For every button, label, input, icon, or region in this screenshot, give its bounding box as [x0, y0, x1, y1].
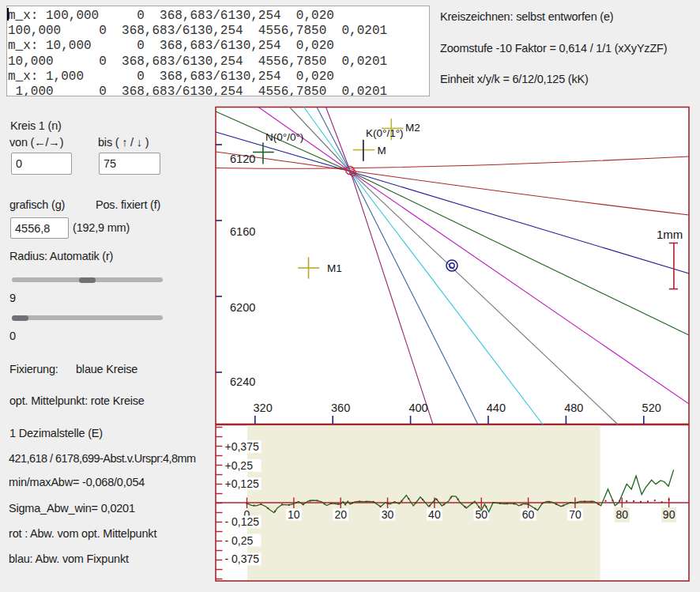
- svg-text:K(0°/1°): K(0°/1°): [366, 127, 404, 139]
- svg-text:70: 70: [569, 508, 581, 521]
- svg-text:+0,375: +0,375: [225, 440, 259, 453]
- svg-text:6200: 6200: [230, 301, 255, 314]
- svg-text:N(0°/0°): N(0°/0°): [265, 131, 303, 143]
- svg-text:6160: 6160: [230, 225, 255, 238]
- svg-text:+0,125: +0,125: [225, 477, 259, 490]
- svg-text:80: 80: [616, 508, 629, 521]
- svg-text:480: 480: [564, 402, 583, 414]
- svg-text:6240: 6240: [230, 375, 255, 388]
- svg-text:M: M: [378, 145, 386, 156]
- svg-text:90: 90: [663, 508, 676, 521]
- svg-text:+0,25: +0,25: [225, 459, 254, 472]
- svg-text:320: 320: [254, 402, 273, 414]
- svg-text:20: 20: [334, 508, 347, 521]
- svg-text:520: 520: [642, 402, 661, 414]
- svg-text:M2: M2: [405, 122, 420, 134]
- svg-text:6120: 6120: [230, 153, 255, 165]
- svg-text:- 0,125: - 0,125: [225, 515, 260, 528]
- svg-text:10: 10: [288, 508, 300, 521]
- svg-text:360: 360: [331, 402, 350, 414]
- svg-text:1mm: 1mm: [657, 228, 683, 241]
- svg-text:400: 400: [408, 402, 427, 414]
- svg-text:440: 440: [487, 402, 506, 414]
- svg-text:30: 30: [382, 508, 394, 521]
- svg-text:- 0,375: - 0,375: [225, 552, 260, 565]
- svg-text:40: 40: [428, 508, 441, 521]
- svg-text:60: 60: [522, 508, 535, 521]
- svg-text:- 0,25: - 0,25: [225, 534, 254, 547]
- svg-text:M1: M1: [327, 262, 342, 274]
